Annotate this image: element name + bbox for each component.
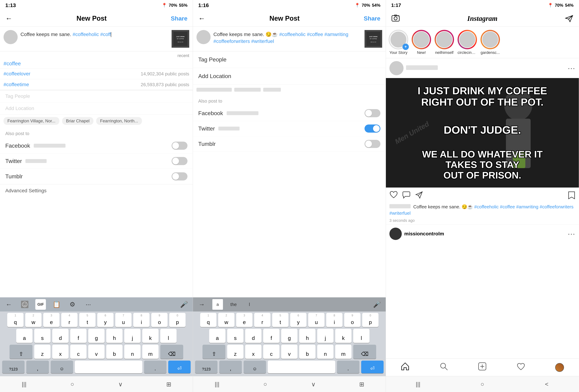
insta-nav-search-3[interactable] [439,362,448,373]
hashtag-row-1[interactable]: #coffeelover 14,902,304 public posts [0,68,193,79]
location-chip-1[interactable]: Fearrington Village, Nor... [3,117,59,125]
key-shift-1[interactable]: ⇧ [9,345,32,359]
send-button-3[interactable] [565,14,574,23]
key-k-2[interactable]: k [335,329,352,343]
kb-clipboard-btn-1[interactable]: 📋 [51,299,62,310]
key-i-1[interactable]: 8i [133,313,149,327]
tag-people-1[interactable]: Tag People [0,90,193,102]
key-x-1[interactable]: x [52,345,69,359]
key-y-2[interactable]: 6y [290,313,306,327]
share-button-2[interactable]: Share [364,15,380,22]
key-e-2[interactable]: 3e [236,313,252,327]
key-l-1[interactable]: l [160,329,177,343]
key-emoji-1[interactable]: ☺ [51,361,73,373]
key-space-1[interactable] [75,361,142,373]
key-v-2[interactable]: v [281,345,297,359]
hashtag-row-2[interactable]: #coffeetime 26,593,873 public posts [0,79,193,90]
tumblr-toggle-2[interactable] [364,140,380,148]
key-space-2[interactable] [268,361,335,373]
share-button-1[interactable]: Share [171,15,187,22]
key-backspace-1[interactable]: ⌫ [160,345,183,359]
sys-nav-back-2[interactable]: ||| [212,379,222,390]
add-location-1[interactable]: Add Location [0,102,193,115]
key-comma-2[interactable]: , [219,361,242,373]
share-button-3[interactable] [415,190,423,201]
sys-nav-home-1[interactable]: ○ [67,379,78,390]
key-v-1[interactable]: v [88,345,104,359]
key-n-1[interactable]: n [124,345,141,359]
key-f-2[interactable]: f [263,329,280,343]
key-backspace-2[interactable]: ⌫ [353,345,376,359]
key-z-1[interactable]: z [34,345,51,359]
sys-nav-apps-1[interactable]: ⊞ [163,379,174,390]
kb-next-btn-2[interactable]: → [197,299,207,310]
key-c-2[interactable]: c [263,345,280,359]
key-p-1[interactable]: 0p [169,313,186,327]
key-f-1[interactable]: f [70,329,86,343]
key-p-2[interactable]: 0p [362,313,378,327]
sys-nav-recents-1[interactable]: ∨ [115,379,126,390]
key-d-1[interactable]: d [52,329,69,343]
key-enter-1[interactable]: ⏎ [168,361,191,373]
kb-settings-btn-1[interactable]: ⚙ [67,299,78,310]
key-i-2[interactable]: 8i [326,313,343,327]
key-c-1[interactable]: c [70,345,86,359]
story-garden-3[interactable]: gardensc... [481,30,500,55]
key-l-2[interactable]: l [353,329,369,343]
key-t-2[interactable]: 5t [272,313,289,327]
key-x-2[interactable]: x [245,345,261,359]
key-o-2[interactable]: 9o [344,313,361,327]
kb-word-a-2[interactable]: a [212,299,223,310]
key-m-1[interactable]: m [142,345,158,359]
key-g-2[interactable]: g [281,329,297,343]
caption-hashtag-3[interactable]: #coffeeholic #coffee #amwriting #coffeef… [389,204,574,216]
key-r-1[interactable]: 4r [61,313,77,327]
kb-mic-btn-2[interactable]: 🎤 [371,299,382,310]
key-w-2[interactable]: 2w [218,313,234,327]
like-button-3[interactable] [389,190,398,201]
key-123-1[interactable]: ?123 [2,361,24,373]
hashtag-current-1[interactable]: #coffee [0,59,193,68]
your-story-3[interactable]: + Your Story [389,30,408,55]
kb-word-l-2[interactable]: l [244,299,255,310]
key-emoji-2[interactable]: ☺ [244,361,266,373]
post-username-3[interactable] [406,65,438,71]
sys-nav-home-2[interactable]: ○ [260,379,271,390]
key-a-2[interactable]: a [209,329,225,343]
key-r-2[interactable]: 4r [254,313,270,327]
location-chip-3[interactable]: Fearrington, North... [96,117,142,125]
key-q-2[interactable]: 1q [200,313,217,327]
bottom-post-more-3[interactable]: ··· [568,232,575,236]
back-button-2[interactable]: ← [198,14,205,22]
key-u-1[interactable]: 7u [115,313,132,327]
story-new-3[interactable]: New! [412,30,431,55]
advanced-settings-1[interactable]: Advanced Settings [0,184,193,197]
key-d-2[interactable]: d [245,329,261,343]
camera-button-3[interactable] [391,14,400,23]
back-button-1[interactable]: ← [5,14,12,22]
bottom-post-username-3[interactable]: missioncontrolm [404,231,444,236]
kb-gif-btn-1[interactable]: GIF [35,299,46,310]
kb-more-btn-1[interactable]: ··· [83,299,94,310]
insta-nav-activity-3[interactable] [516,362,525,373]
key-period-2[interactable]: . [337,361,360,373]
post-more-btn-3[interactable]: ··· [568,66,575,70]
key-a-1[interactable]: a [16,329,32,343]
key-enter-2[interactable]: ⏎ [361,361,384,373]
key-y-1[interactable]: 6y [97,313,114,327]
comment-button-3[interactable] [402,190,411,201]
story-circle-3[interactable]: circlecinema [458,30,477,55]
key-b-1[interactable]: b [106,345,123,359]
sys-nav-back-1[interactable]: ||| [19,379,29,390]
key-comma-1[interactable]: , [26,361,49,373]
key-shift-2[interactable]: ⇧ [203,345,225,359]
key-k-1[interactable]: k [142,329,158,343]
key-w-1[interactable]: 2w [25,313,42,327]
key-t-1[interactable]: 5t [79,313,95,327]
kb-mic-btn-1[interactable]: 🎤 [179,299,189,310]
key-period-1[interactable]: . [144,361,166,373]
sys-nav-apps-2[interactable]: ⊞ [357,379,367,390]
key-g-1[interactable]: g [88,329,104,343]
key-j-1[interactable]: j [124,329,141,343]
kb-word-the-2[interactable]: the [228,299,239,310]
